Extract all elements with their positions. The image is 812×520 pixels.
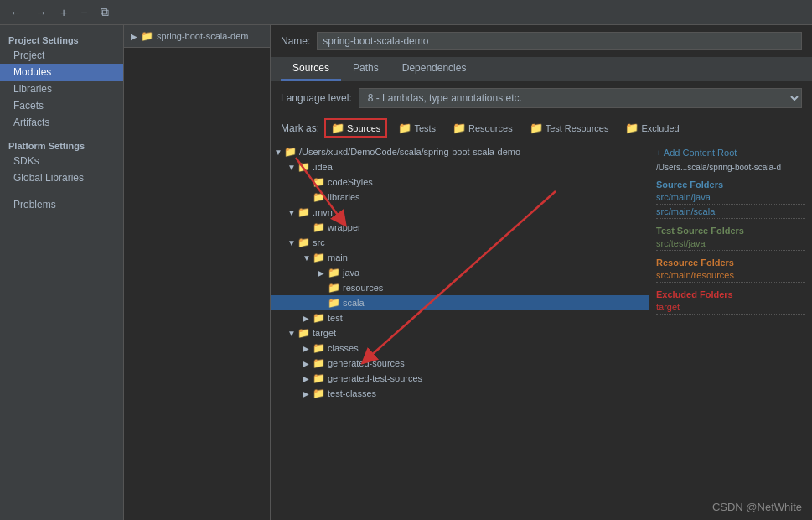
mark-tests-button[interactable]: 📁 Tests xyxy=(392,119,442,137)
idea-folder-icon: 📁 xyxy=(297,161,310,173)
tree-item-mvn[interactable]: ▼ 📁 .mvn xyxy=(271,205,649,220)
sidebar-item-facets[interactable]: Facets xyxy=(0,97,123,114)
classes-arrow: ▶ xyxy=(303,344,311,353)
wrapper-name: wrapper xyxy=(328,222,361,232)
tree-item-test-classes[interactable]: ▶ 📁 test-classes xyxy=(271,386,649,401)
generated-sources-folder-icon: 📁 xyxy=(313,357,325,369)
tab-sources[interactable]: Sources xyxy=(281,57,341,81)
target-folder-icon: 📁 xyxy=(297,327,310,339)
resource-folders-title: Resource Folders xyxy=(656,257,805,268)
test-classes-arrow: ▶ xyxy=(303,389,311,398)
wrapper-folder-icon: 📁 xyxy=(313,221,325,233)
copy-button[interactable]: ⧉ xyxy=(97,3,112,21)
tree-item-generated-test-sources[interactable]: ▶ 📁 generated-test-sources xyxy=(271,371,649,386)
main-name: main xyxy=(328,252,348,263)
name-row: Name: xyxy=(271,25,812,57)
codestyles-folder-icon: 📁 xyxy=(313,176,325,188)
excluded-folder-icon: 📁 xyxy=(625,122,639,134)
test-arrow: ▶ xyxy=(303,314,311,323)
info-path-short: /Users...scala/spring-boot-scala-d xyxy=(656,163,781,172)
mark-sources-button[interactable]: 📁 Sources xyxy=(324,118,387,138)
tree-item-target[interactable]: ▼ 📁 target xyxy=(271,325,649,341)
file-tree: ▼ 📁 /Users/xuxd/DemoCode/scala/spring-bo… xyxy=(271,141,649,520)
mark-test-resources-button[interactable]: 📁 Test Resources xyxy=(524,119,615,137)
module-tree-name[interactable]: spring-boot-scala-dem xyxy=(157,31,248,41)
sidebar-item-global-libraries[interactable]: Global Libraries xyxy=(0,169,123,186)
tree-item-scala[interactable]: 📁 scala xyxy=(271,295,649,310)
remove-button[interactable]: − xyxy=(77,4,91,21)
excluded-folder-1[interactable]: target xyxy=(656,302,805,315)
tree-item-idea[interactable]: ▼ 📁 .idea xyxy=(271,159,649,174)
tabs: Sources Paths Dependencies xyxy=(271,57,812,81)
tree-item-generated-sources[interactable]: ▶ 📁 generated-sources xyxy=(271,356,649,371)
lang-row: Language level: 8 - Lambdas, type annota… xyxy=(271,81,812,115)
tree-item-resources[interactable]: 📁 resources xyxy=(271,280,649,295)
resource-folder-1[interactable]: src/main/resources xyxy=(656,270,805,283)
source-folder-2[interactable]: src/main/scala xyxy=(656,206,805,219)
mark-resources-button[interactable]: 📁 Resources xyxy=(447,119,519,137)
name-input[interactable] xyxy=(317,32,802,50)
idea-arrow: ▼ xyxy=(287,163,296,172)
tree-item-codestyles[interactable]: 📁 codeStyles xyxy=(271,174,649,190)
tree-item-src[interactable]: ▼ 📁 src xyxy=(271,235,649,250)
tree-item-main[interactable]: ▼ 📁 main xyxy=(271,250,649,265)
tab-paths[interactable]: Paths xyxy=(341,57,390,81)
java-arrow: ▶ xyxy=(318,268,326,278)
test-folder-icon: 📁 xyxy=(313,312,325,324)
sidebar-item-sdks[interactable]: SDKs xyxy=(0,153,123,169)
name-label: Name: xyxy=(281,35,310,47)
sidebar-item-problems[interactable]: Problems xyxy=(0,196,123,213)
tree-item-classes[interactable]: ▶ 📁 classes xyxy=(271,341,649,356)
lang-select[interactable]: 8 - Lambdas, type annotations etc. xyxy=(359,88,802,108)
tree-item-wrapper[interactable]: 📁 wrapper xyxy=(271,220,649,235)
generated-sources-arrow: ▶ xyxy=(303,359,311,368)
libraries-name: libraries xyxy=(328,192,360,202)
mark-excluded-label: Excluded xyxy=(641,123,679,133)
java-name: java xyxy=(343,268,359,278)
content-panel: Name: Sources Paths Dependencies Languag… xyxy=(271,25,812,520)
lang-label: Language level: xyxy=(281,92,352,104)
target-name: target xyxy=(313,328,336,338)
mvn-arrow: ▼ xyxy=(287,208,296,217)
sidebar-item-artifacts[interactable]: Artifacts xyxy=(0,114,123,131)
content-body: ▼ 📁 /Users/xuxd/DemoCode/scala/spring-bo… xyxy=(271,141,812,520)
sidebar-item-libraries[interactable]: Libraries xyxy=(0,81,123,97)
resources-folder-icon: 📁 xyxy=(453,122,466,134)
mvn-name: .mvn xyxy=(313,207,333,217)
src-arrow: ▼ xyxy=(287,238,296,247)
mark-excluded-button[interactable]: 📁 Excluded xyxy=(619,119,685,137)
tree-item-root[interactable]: ▼ 📁 /Users/xuxd/DemoCode/scala/spring-bo… xyxy=(271,144,649,159)
sources-folder-icon: 📁 xyxy=(331,122,344,134)
java-folder-icon: 📁 xyxy=(328,267,340,278)
excluded-folders-title: Excluded Folders xyxy=(656,289,805,299)
watermark: CSDN @NetWhite xyxy=(712,501,802,513)
module-folder-icon: 📁 xyxy=(141,30,153,42)
src-folder-icon: 📁 xyxy=(297,237,310,248)
target-arrow: ▼ xyxy=(287,329,296,338)
mark-test-resources-label: Test Resources xyxy=(546,123,609,133)
mark-sources-label: Sources xyxy=(347,123,380,133)
toolbar: ← → + − ⧉ xyxy=(0,0,812,25)
sidebar-item-project[interactable]: Project xyxy=(0,47,123,64)
platform-settings-title: Platform Settings xyxy=(0,138,123,153)
scala-folder-icon: 📁 xyxy=(328,297,340,309)
tree-item-java[interactable]: ▶ 📁 java xyxy=(271,265,649,280)
add-button[interactable]: + xyxy=(57,4,70,21)
generated-test-sources-name: generated-test-sources xyxy=(328,373,422,383)
idea-name: .idea xyxy=(313,162,333,172)
root-arrow: ▼ xyxy=(274,148,282,157)
tests-folder-icon: 📁 xyxy=(398,122,411,134)
back-button[interactable]: ← xyxy=(7,4,25,21)
module-tree-header: ▶ 📁 spring-boot-scala-dem xyxy=(124,25,270,48)
add-content-root-link[interactable]: + Add Content Root xyxy=(656,148,805,158)
tab-dependencies[interactable]: Dependencies xyxy=(390,57,478,81)
tree-item-libraries[interactable]: 📁 libraries xyxy=(271,190,649,205)
main-arrow: ▼ xyxy=(303,253,311,263)
source-folder-1[interactable]: src/main/java xyxy=(656,192,805,205)
test-classes-folder-icon: 📁 xyxy=(313,387,325,399)
main-layout: Project Settings Project Modules Librari… xyxy=(0,25,812,520)
forward-button[interactable]: → xyxy=(32,4,50,21)
test-source-folder-1[interactable]: src/test/java xyxy=(656,238,805,251)
sidebar-item-modules[interactable]: Modules xyxy=(0,64,123,81)
tree-item-test[interactable]: ▶ 📁 test xyxy=(271,310,649,325)
